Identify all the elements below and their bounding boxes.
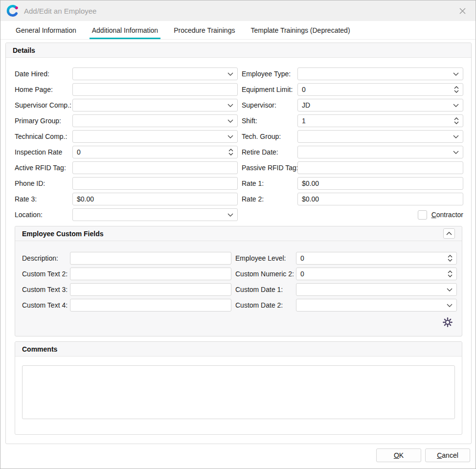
- technical-comp-combobox[interactable]: [72, 130, 238, 143]
- custom-text4-field[interactable]: [70, 299, 231, 312]
- tab-general-information[interactable]: General Information: [8, 21, 84, 39]
- gear-row: [22, 315, 455, 329]
- comments-textarea[interactable]: [22, 365, 455, 419]
- spinner-down-icon[interactable]: [228, 153, 233, 156]
- rate2-input[interactable]: [297, 193, 463, 205]
- phone-id-input[interactable]: [72, 177, 238, 190]
- comments-groupbox: Comments: [15, 341, 462, 435]
- rate3-field[interactable]: [72, 193, 238, 205]
- shift-spinner[interactable]: [297, 114, 463, 127]
- tech-group-combobox[interactable]: [297, 130, 463, 143]
- custom-date2-combobox[interactable]: [296, 299, 457, 312]
- custom-date1-label: Custom Date 1:: [231, 286, 296, 293]
- close-button[interactable]: [455, 3, 470, 18]
- inspection-rate-label: Inspection Rate: [15, 148, 72, 156]
- shift-input[interactable]: [297, 114, 463, 127]
- equipment-limit-spinner[interactable]: [297, 83, 463, 96]
- custom-numeric2-spinner[interactable]: [296, 268, 457, 280]
- spinner-up-icon[interactable]: [448, 270, 453, 273]
- chevron-down-icon[interactable]: [453, 67, 459, 80]
- location-combobox[interactable]: [72, 208, 238, 221]
- home-page-field[interactable]: [72, 83, 238, 96]
- spinner-up-icon[interactable]: [448, 255, 453, 258]
- cancel-button[interactable]: Cancel: [425, 448, 470, 462]
- supervisor-input[interactable]: [297, 99, 463, 112]
- chevron-down-icon[interactable]: [227, 114, 233, 127]
- tab-template-trainings[interactable]: Template Trainings (Deprecated): [243, 21, 358, 39]
- tab-procedure-trainings[interactable]: Procedure Trainings: [166, 21, 243, 39]
- spinner-down-icon[interactable]: [454, 121, 459, 124]
- equipment-limit-input[interactable]: [297, 83, 463, 96]
- details-body: Date Hired: Employee Type: Home Page: Eq…: [6, 58, 471, 444]
- supervisor-combobox[interactable]: [297, 99, 463, 112]
- rate3-label: Rate 3:: [15, 195, 72, 203]
- rate1-field[interactable]: [297, 177, 463, 190]
- date-hired-input[interactable]: [72, 67, 238, 80]
- retire-date-combobox[interactable]: [297, 146, 463, 158]
- form-row: Supervisor Comp.: Supervisor:: [15, 99, 462, 112]
- settings-button[interactable]: [443, 317, 453, 327]
- chevron-down-icon[interactable]: [453, 99, 459, 112]
- home-page-input[interactable]: [72, 83, 238, 96]
- tab-additional-information[interactable]: Additional Information: [84, 21, 166, 39]
- contractor-label: Contractor: [431, 211, 463, 219]
- chevron-down-icon[interactable]: [453, 146, 459, 158]
- primary-group-combobox[interactable]: [72, 114, 238, 127]
- description-input[interactable]: [70, 252, 231, 265]
- chevron-down-icon[interactable]: [227, 208, 233, 221]
- custom-text3-field[interactable]: [70, 283, 231, 296]
- custom-fields-groupbox: Employee Custom Fields Description: Empl…: [15, 226, 462, 336]
- date-hired-combobox[interactable]: [72, 67, 238, 80]
- custom-numeric2-input[interactable]: [296, 268, 457, 280]
- custom-text3-input[interactable]: [70, 283, 231, 296]
- tab-bar: General Information Additional Informati…: [0, 21, 476, 40]
- supervisor-comp-input[interactable]: [72, 99, 238, 112]
- collapse-button[interactable]: [443, 228, 455, 239]
- rate3-input[interactable]: [72, 193, 238, 205]
- location-input[interactable]: [72, 208, 238, 221]
- description-field[interactable]: [70, 252, 231, 265]
- supervisor-comp-label: Supervisor Comp.:: [15, 101, 72, 109]
- supervisor-comp-combobox[interactable]: [72, 99, 238, 112]
- rate2-field[interactable]: [297, 193, 463, 205]
- employee-type-input[interactable]: [297, 67, 463, 80]
- contractor-checkbox[interactable]: [418, 210, 427, 220]
- custom-text2-input[interactable]: [70, 268, 231, 280]
- custom-text4-label: Custom Text 4:: [22, 301, 70, 309]
- inspection-rate-spinner[interactable]: [72, 146, 238, 158]
- custom-text4-input[interactable]: [70, 299, 231, 312]
- spinner-down-icon[interactable]: [448, 259, 453, 262]
- employee-level-spinner[interactable]: [296, 252, 457, 265]
- employee-type-label: Employee Type:: [238, 70, 297, 78]
- passive-rfid-field[interactable]: [297, 161, 463, 174]
- spinner-up-icon[interactable]: [228, 149, 233, 152]
- spinner-up-icon[interactable]: [454, 117, 459, 120]
- tech-group-input[interactable]: [297, 130, 463, 143]
- custom-text2-field[interactable]: [70, 268, 231, 280]
- chevron-down-icon[interactable]: [447, 299, 453, 312]
- active-rfid-input[interactable]: [72, 161, 238, 174]
- retire-date-input[interactable]: [297, 146, 463, 158]
- chevron-down-icon[interactable]: [227, 130, 233, 143]
- custom-date1-input[interactable]: [296, 283, 457, 296]
- primary-group-input[interactable]: [72, 114, 238, 127]
- employee-level-input[interactable]: [296, 252, 457, 265]
- ok-button[interactable]: OK: [376, 448, 421, 462]
- rate1-input[interactable]: [297, 177, 463, 190]
- chevron-down-icon[interactable]: [227, 99, 233, 112]
- active-rfid-field[interactable]: [72, 161, 238, 174]
- chevron-down-icon[interactable]: [453, 130, 459, 143]
- phone-id-field[interactable]: [72, 177, 238, 190]
- passive-rfid-input[interactable]: [297, 161, 463, 174]
- inspection-rate-input[interactable]: [72, 146, 238, 158]
- employee-type-combobox[interactable]: [297, 67, 463, 80]
- primary-group-label: Primary Group:: [15, 117, 72, 125]
- spinner-down-icon[interactable]: [454, 90, 459, 93]
- technical-comp-input[interactable]: [72, 130, 238, 143]
- spinner-down-icon[interactable]: [448, 274, 453, 277]
- spinner-up-icon[interactable]: [454, 86, 459, 89]
- chevron-down-icon[interactable]: [447, 283, 453, 296]
- chevron-down-icon[interactable]: [227, 67, 233, 80]
- custom-date2-input[interactable]: [296, 299, 457, 312]
- custom-date1-combobox[interactable]: [296, 283, 457, 296]
